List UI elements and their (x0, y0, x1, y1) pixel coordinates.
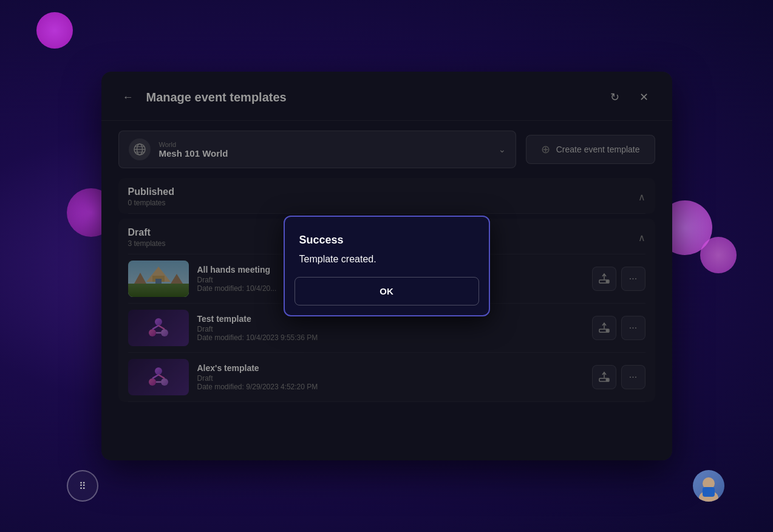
success-modal: Success Template created. OK (284, 216, 490, 316)
modal-footer: OK (285, 277, 489, 315)
svg-rect-2 (703, 487, 715, 497)
decorative-blob-top (36, 12, 73, 49)
modal-body: Success Template created. (285, 217, 489, 277)
manage-event-panel: ← Manage event templates ↻ ✕ (101, 72, 672, 460)
user-avatar[interactable] (693, 470, 724, 502)
modal-overlay: Success Template created. OK (101, 72, 672, 460)
modal-message: Template created. (299, 254, 474, 265)
decorative-blob-right2 (700, 237, 737, 273)
dots-menu-button[interactable]: ⠿ (67, 470, 98, 502)
modal-title: Success (299, 234, 474, 247)
avatar-svg (696, 475, 721, 502)
ok-button[interactable]: OK (295, 277, 479, 305)
